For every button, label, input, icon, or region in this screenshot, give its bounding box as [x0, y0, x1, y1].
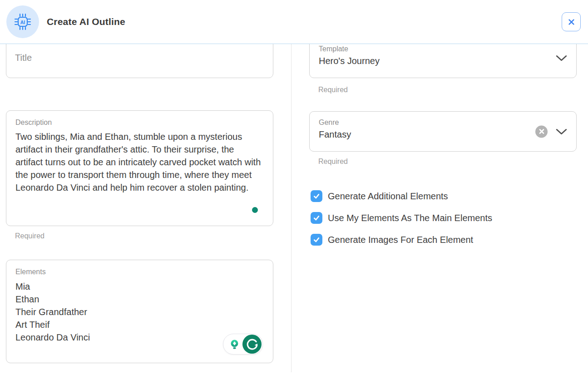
- grammarly-g-icon: [246, 338, 258, 350]
- title-input[interactable]: [6, 44, 273, 78]
- description-text[interactable]: Two siblings, Mia and Ethan, stumble upo…: [15, 130, 263, 194]
- dialog-body: Description Two siblings, Mia and Ethan,…: [0, 44, 588, 375]
- clear-x-icon: [539, 129, 544, 134]
- option-label: Generate Images For Each Element: [328, 235, 473, 245]
- chevron-down-icon[interactable]: [556, 128, 567, 135]
- options-group: Generate Additional Elements Use My Elem…: [309, 190, 577, 246]
- genre-select[interactable]: Genre Fantasy: [309, 111, 577, 152]
- element-line: Ethan: [15, 293, 264, 306]
- checkbox-checked-icon[interactable]: [311, 190, 322, 202]
- close-button[interactable]: [562, 12, 581, 31]
- elements-field[interactable]: Elements Mia Ethan Their Grandfather Art…: [6, 260, 273, 363]
- template-value: Hero's Journey: [319, 56, 567, 66]
- form-left-column: Description Two siblings, Mia and Ethan,…: [0, 44, 291, 375]
- genre-required-hint: Required: [318, 158, 577, 166]
- option-label: Generate Additional Elements: [328, 191, 448, 202]
- ai-chip-icon: AI: [6, 5, 39, 38]
- description-required-hint: Required: [15, 232, 273, 240]
- grammarly-status-dot[interactable]: [252, 207, 258, 213]
- template-required-hint: Required: [318, 86, 577, 94]
- create-ai-outline-dialog: AI Create AI Outline Description Two sib…: [0, 0, 588, 375]
- close-icon: [568, 18, 575, 26]
- dialog-header: AI Create AI Outline: [0, 0, 588, 44]
- element-line: Their Grandfather: [15, 306, 264, 318]
- chevron-down-icon[interactable]: [556, 55, 567, 61]
- form-right-column: Template Hero's Journey Required Genre F…: [292, 44, 588, 375]
- dialog-title: Create AI Outline: [47, 16, 125, 27]
- checkbox-checked-icon[interactable]: [311, 234, 322, 246]
- description-label: Description: [15, 118, 264, 127]
- elements-list[interactable]: Mia Ethan Their Grandfather Art Theif Le…: [15, 280, 264, 344]
- element-line: Mia: [15, 280, 264, 293]
- template-label: Template: [319, 44, 567, 54]
- genre-label: Genre: [319, 118, 567, 127]
- title-field[interactable]: [6, 44, 273, 78]
- grammarly-widget: [223, 334, 263, 355]
- elements-label: Elements: [15, 267, 264, 276]
- svg-text:AI: AI: [20, 20, 25, 25]
- option-use-my-elements[interactable]: Use My Elements As The Main Elements: [309, 212, 577, 224]
- genre-value: Fantasy: [319, 129, 567, 140]
- element-line: Art Theif: [15, 318, 264, 331]
- grammarly-suggestions-button[interactable]: [228, 338, 240, 350]
- genre-clear-button[interactable]: [535, 125, 548, 138]
- grammarly-logo-button[interactable]: [242, 335, 262, 354]
- lightbulb-icon: [229, 339, 240, 350]
- option-generate-additional-elements[interactable]: Generate Additional Elements: [309, 190, 577, 202]
- ai-chip-icon-glyph: AI: [13, 12, 32, 31]
- option-label: Use My Elements As The Main Elements: [328, 213, 492, 223]
- checkbox-checked-icon[interactable]: [311, 212, 322, 224]
- option-generate-images[interactable]: Generate Images For Each Element: [309, 234, 577, 246]
- description-field[interactable]: Description Two siblings, Mia and Ethan,…: [6, 110, 273, 226]
- template-select[interactable]: Template Hero's Journey: [309, 44, 577, 78]
